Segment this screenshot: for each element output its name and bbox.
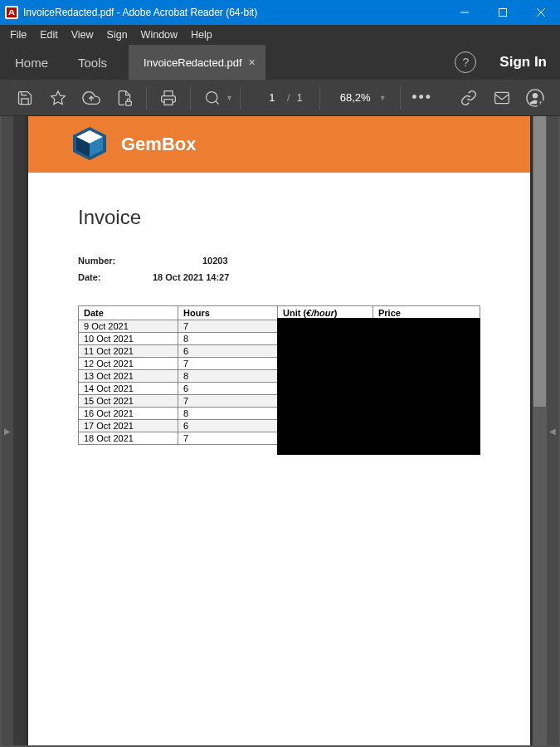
pdf-page: GemBox Invoice Number: 10203 Date: 18 Oc… <box>28 116 530 745</box>
svg-rect-6 <box>126 101 132 105</box>
zoom-dropdown-icon[interactable]: ▼ <box>379 94 387 102</box>
more-button[interactable]: ••• <box>407 83 437 113</box>
cell-date: 10 Oct 2021 <box>79 333 178 345</box>
toolbar-divider <box>146 86 147 110</box>
invoice-number-label: Number: <box>78 256 153 266</box>
tab-close-icon[interactable]: × <box>249 56 256 69</box>
page-total: 1 <box>297 91 303 104</box>
minimize-button[interactable] <box>446 0 484 25</box>
search-button[interactable] <box>197 83 227 113</box>
redacted-area <box>277 318 480 455</box>
cloud-upload-button[interactable] <box>76 83 106 113</box>
cell-hours: 7 <box>178 320 278 333</box>
chevron-right-icon: ▶ <box>4 427 11 436</box>
cell-hours: 8 <box>178 370 278 383</box>
menu-view[interactable]: View <box>65 27 100 42</box>
header-hours: Hours <box>178 306 278 320</box>
help-button[interactable]: ? <box>455 51 476 73</box>
print-button[interactable] <box>153 83 183 113</box>
cell-date: 12 Oct 2021 <box>79 358 178 370</box>
cell-hours: 7 <box>178 358 278 370</box>
cell-hours: 6 <box>178 383 278 395</box>
account-button[interactable]: + <box>520 83 550 113</box>
document-title: Invoice <box>78 206 480 229</box>
cell-date: 9 Oct 2021 <box>79 320 178 333</box>
tab-document[interactable]: InvoiceRedacted.pdf × <box>129 45 265 80</box>
cell-hours: 8 <box>178 333 278 345</box>
invoice-date-value: 18 Oct 2021 14:27 <box>153 272 229 282</box>
cell-date: 15 Oct 2021 <box>79 395 178 408</box>
scrollbar-thumb[interactable] <box>533 116 546 407</box>
menu-edit[interactable]: Edit <box>33 27 65 42</box>
invoice-number-value: 10203 <box>202 256 228 266</box>
toolbar-divider <box>319 86 320 110</box>
page-current-input[interactable]: 1 <box>261 91 284 104</box>
brand-name: GemBox <box>121 134 196 155</box>
invoice-table: Date Hours Unit (€/hour) Price 9 Oct 202… <box>78 305 480 445</box>
menu-file[interactable]: File <box>3 27 33 42</box>
svg-rect-2 <box>499 9 507 17</box>
menubar: File Edit View Sign Window Help <box>0 25 560 45</box>
link-button[interactable] <box>454 83 484 113</box>
cell-hours: 6 <box>178 420 278 432</box>
invoice-date-label: Date: <box>78 272 153 282</box>
cell-date: 14 Oct 2021 <box>79 383 178 395</box>
tabs-row: Home Tools InvoiceRedacted.pdf × ? Sign … <box>0 45 560 80</box>
document-viewer: ▶ GemBox Invoice Number: 10203 Date: 18 … <box>2 116 558 745</box>
toolbar-divider <box>240 86 241 110</box>
left-panel-toggle[interactable]: ▶ <box>2 116 13 745</box>
svg-point-8 <box>207 91 217 102</box>
tab-document-label: InvoiceRedacted.pdf <box>144 56 242 69</box>
close-button[interactable] <box>522 0 560 25</box>
svg-marker-5 <box>51 90 66 104</box>
page-lock-button[interactable] <box>110 83 139 113</box>
header-date: Date <box>79 306 178 320</box>
svg-rect-7 <box>164 99 173 105</box>
svg-rect-10 <box>495 92 509 103</box>
sign-in-button[interactable]: Sign In <box>486 45 560 80</box>
menu-help[interactable]: Help <box>184 27 219 42</box>
cell-hours: 8 <box>178 408 278 420</box>
window-title: InvoiceRedacted.pdf - Adobe Acrobat Read… <box>23 7 446 18</box>
toolbar: ▼ 1 / 1 68,2% ▼ ••• + <box>0 80 560 116</box>
tab-home[interactable]: Home <box>0 45 63 80</box>
cell-date: 13 Oct 2021 <box>79 370 178 383</box>
cell-date: 18 Oct 2021 <box>79 432 178 445</box>
cell-hours: 6 <box>178 345 278 358</box>
vertical-scrollbar[interactable] <box>533 116 547 745</box>
svg-line-9 <box>216 100 219 104</box>
menu-sign[interactable]: Sign <box>100 27 134 42</box>
window-titlebar: InvoiceRedacted.pdf - Adobe Acrobat Read… <box>0 0 560 25</box>
toolbar-divider <box>400 86 401 110</box>
cell-hours: 7 <box>178 432 278 445</box>
page-separator: / <box>287 91 290 104</box>
gembox-logo-icon <box>70 127 110 162</box>
cell-hours: 7 <box>178 395 278 408</box>
maximize-button[interactable] <box>484 0 522 25</box>
zoom-value[interactable]: 68,2% <box>340 91 371 104</box>
document-header: GemBox <box>28 116 530 173</box>
toolbar-divider <box>190 86 191 110</box>
menu-window[interactable]: Window <box>134 27 184 42</box>
mail-button[interactable] <box>487 83 517 113</box>
tab-tools[interactable]: Tools <box>63 45 122 80</box>
cell-date: 17 Oct 2021 <box>79 420 178 432</box>
svg-point-12 <box>533 93 538 98</box>
app-icon <box>5 6 18 19</box>
save-button[interactable] <box>10 83 40 113</box>
chevron-left-icon: ◀ <box>549 427 556 436</box>
cell-date: 11 Oct 2021 <box>79 345 178 358</box>
svg-text:+: + <box>538 100 543 107</box>
star-button[interactable] <box>43 83 73 113</box>
cell-date: 16 Oct 2021 <box>79 408 178 420</box>
right-panel-toggle[interactable]: ◀ <box>547 116 558 745</box>
